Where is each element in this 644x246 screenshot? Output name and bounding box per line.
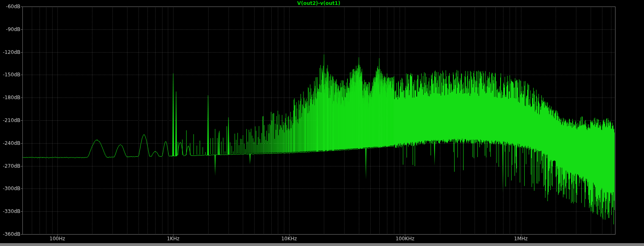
x-axis-label: 1KHz bbox=[155, 236, 191, 242]
y-axis-label: -240dB bbox=[0, 140, 20, 146]
fft-plot-canvas[interactable] bbox=[0, 0, 644, 243]
y-axis-label: -270dB bbox=[0, 163, 20, 169]
x-axis-label: 100Hz bbox=[39, 236, 76, 242]
x-axis-label: 10KHz bbox=[271, 236, 308, 242]
y-axis-label: -150dB bbox=[0, 72, 20, 78]
x-axis-label: 1MHz bbox=[503, 236, 539, 242]
trace-title[interactable]: V(out2)-v(out1) bbox=[22, 0, 615, 6]
y-axis-label: -180dB bbox=[0, 95, 20, 100]
y-axis-label: -360dB bbox=[0, 231, 20, 237]
y-axis-label: -210dB bbox=[0, 117, 20, 123]
y-axis-label: -330dB bbox=[0, 208, 20, 214]
window-bottom-edge bbox=[0, 243, 644, 246]
x-axis-label: 100KHz bbox=[387, 236, 423, 242]
y-axis-label: -60dB bbox=[0, 4, 20, 9]
y-axis-label: -120dB bbox=[0, 49, 20, 55]
waveform-viewer-window: V(out2)-v(out1) -60dB-90dB-120dB-150dB-1… bbox=[0, 0, 644, 246]
y-axis-label: -90dB bbox=[0, 27, 20, 32]
y-axis-label: -300dB bbox=[0, 186, 20, 191]
